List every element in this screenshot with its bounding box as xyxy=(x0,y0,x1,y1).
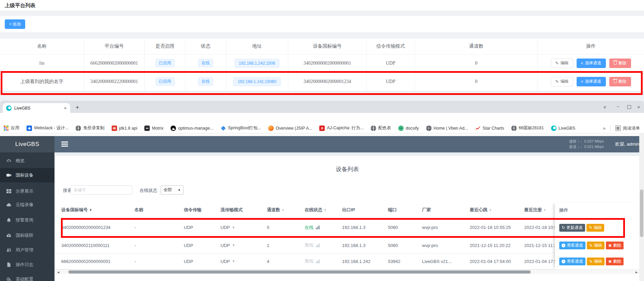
browser-address-bar: ← → ↻ ⌂ ▲ 不安全 192.168.1.141:20000/#/devi… xyxy=(0,113,644,123)
new-tab-button[interactable]: + xyxy=(76,104,79,111)
bookmark-item[interactable]: 免登录复制 xyxy=(76,125,104,131)
edit-button[interactable]: ✎编辑 xyxy=(586,224,604,232)
device-row[interactable]: 34020000002000001234 - UDP UDP▼ 0 在线 192… xyxy=(55,218,639,237)
recv-stat: 接收 ↑： 0.037 Mbps xyxy=(569,138,604,144)
globe-icon xyxy=(511,126,517,131)
select-channel-button[interactable]: <选择通道 xyxy=(577,77,606,86)
delete-button[interactable]: ✖删除 xyxy=(606,258,624,265)
sidebar-item-cloud-recording[interactable]: 云端录像 xyxy=(0,198,54,212)
sidebar-item-overview[interactable]: 概览 xyxy=(0,154,54,168)
view-channels-button[interactable]: i查看通道 xyxy=(559,242,585,249)
vertical-scrollbar[interactable] xyxy=(639,133,644,281)
cell-ip: 192.168.1.3 xyxy=(342,237,366,253)
col-header-sortable[interactable]: 最近心跳▲▼ xyxy=(470,202,492,217)
close-button[interactable]: × xyxy=(637,104,640,110)
sidebar-item-split-screen[interactable]: 分屏展示 xyxy=(0,184,54,198)
add-button[interactable]: + 添加 xyxy=(5,19,25,29)
delete-button[interactable]: ✖删除 xyxy=(606,242,624,249)
search-input[interactable] xyxy=(70,185,132,195)
share-icon: < xyxy=(581,61,583,66)
bookmark-apps[interactable]: 应用 xyxy=(3,125,19,131)
cell-channels: 4 xyxy=(267,253,269,269)
globe-icon xyxy=(371,126,376,131)
spring-icon xyxy=(221,126,226,131)
scroll-right-arrow-icon[interactable]: ▶ xyxy=(634,270,639,275)
cell-signal: UDP xyxy=(184,237,193,253)
edit-button[interactable]: ✎编辑 xyxy=(587,258,605,265)
bookmark-item[interactable]: Motrix xyxy=(144,126,163,131)
cell-stream-mode[interactable]: UDP▼ xyxy=(221,253,235,269)
cell-vendor: wvp-pro xyxy=(422,237,438,253)
minimize-button[interactable]: – xyxy=(617,104,619,109)
col-header: 流传输模式 xyxy=(221,202,243,217)
edit-button[interactable]: ✎编辑 xyxy=(551,59,573,68)
cell-vendor: LiveGBS v21... xyxy=(422,253,452,269)
sidebar-toggle-icon[interactable] xyxy=(61,142,68,148)
col-header-sortable[interactable]: 在线状态▲▼ xyxy=(305,202,326,217)
app-brand[interactable]: LiveGBS xyxy=(0,136,54,152)
bookmark-item[interactable]: Overview (JSIP A... xyxy=(268,126,312,131)
col-header-sortable[interactable]: 通道数▲▼ xyxy=(267,202,284,217)
horizontal-scrollbar[interactable]: ◀ ▶ xyxy=(55,269,639,274)
sidebar-item-alarm-query[interactable]: 报警查询 xyxy=(0,213,54,227)
delete-button[interactable]: 删除 xyxy=(609,59,631,68)
reading-list-icon xyxy=(615,126,621,131)
online-status-select[interactable]: 全部 ▼ xyxy=(161,185,183,195)
horizontal-scrollbar-thumb[interactable] xyxy=(68,270,531,274)
col-header-sortable[interactable]: 设备国标编号▲▼ xyxy=(61,202,92,217)
select-channel-button[interactable]: <选择通道 xyxy=(577,59,606,68)
col-header: 设备国标编号 xyxy=(288,38,367,54)
bookmark-item[interactable]: Home | Vben Ad... xyxy=(426,126,468,131)
bookmark-item[interactable]: jdk1.8 api xyxy=(112,126,138,131)
cell-name: - xyxy=(134,237,136,253)
cell-stream-mode[interactable]: UDP▼ xyxy=(221,237,235,253)
chart-bars-icon[interactable] xyxy=(316,260,320,263)
welcome-user[interactable]: 欢迎, admin xyxy=(615,141,639,147)
browser-tab-strip: LiveGBS × + ∨ – × xyxy=(0,101,644,113)
platform-page-titlebar: 上级平台列表 xyxy=(0,0,644,11)
jsip-icon xyxy=(268,126,274,131)
edit-button[interactable]: ✎编辑 xyxy=(587,242,605,249)
sidebar-item-gb-cascade[interactable]: 国标级联 xyxy=(0,228,54,243)
sidebar-item-user-management[interactable]: 用户管理 xyxy=(0,243,54,257)
bookmark-item[interactable]: Star Charts xyxy=(475,126,504,131)
col-header: 地址 xyxy=(226,38,288,54)
browser-tab[interactable]: LiveGBS × xyxy=(3,103,70,113)
sort-icon: ▲▼ xyxy=(324,209,326,211)
cell-name: lin xyxy=(0,54,84,72)
pencil-icon: ✎ xyxy=(589,225,592,230)
bookmark-item[interactable]: BAJ-Captcha: 行为... xyxy=(319,125,364,131)
bookmark-item[interactable]: 配色表 xyxy=(371,125,391,131)
chart-icon xyxy=(475,126,481,131)
tab-search-icon[interactable]: ∨ xyxy=(603,104,607,110)
bookmark-item[interactable]: SpringBoot打包... xyxy=(221,125,261,131)
bookmarks-overflow-chevron[interactable]: » xyxy=(603,126,606,131)
bookmark-item[interactable]: optimus-manage... xyxy=(171,126,213,131)
device-row[interactable]: 66620000002000000001 - UDP UDP▼ 4 离线 192… xyxy=(55,253,639,269)
cell-stream-mode[interactable]: UDP▼ xyxy=(221,218,235,237)
update-channels-button[interactable]: ↻更新通道 xyxy=(559,224,585,232)
bookmark-item[interactable]: LiveGBS xyxy=(551,126,575,131)
chart-bars-icon[interactable] xyxy=(316,244,320,247)
scroll-left-arrow-icon[interactable]: ◀ xyxy=(55,270,61,275)
chart-bars-icon[interactable] xyxy=(316,226,320,229)
github-icon xyxy=(171,126,176,131)
delete-button[interactable]: 删除 xyxy=(609,77,631,86)
bookmark-item[interactable]: ◆Webstack - 设计... xyxy=(27,125,68,131)
vertical-scrollbar-thumb[interactable] xyxy=(640,189,643,237)
sidebar-item-gb-devices[interactable]: 国标设备 xyxy=(0,168,54,182)
view-channels-button[interactable]: i查看通道 xyxy=(559,258,585,265)
bookmark-item[interactable]: 66国标28181 xyxy=(511,125,544,131)
page-top-gap xyxy=(0,133,644,136)
maximize-button[interactable] xyxy=(627,105,631,109)
reading-list-button[interactable]: 阅读清单 xyxy=(615,126,640,131)
sidebar-item-basic-config[interactable]: 基础配置 xyxy=(0,272,54,281)
sidebar-item-operation-log[interactable]: 操作日志 xyxy=(0,258,54,272)
device-row[interactable]: 34020000002110000111 - UDP UDP▼ 1 离线 192… xyxy=(55,237,639,253)
bookmark-item[interactable]: ••docsify xyxy=(398,126,419,131)
tab-close-icon[interactable]: × xyxy=(64,105,67,111)
cell-signal: UDP xyxy=(184,218,193,237)
cell-vendor: wvp-pro xyxy=(422,218,438,237)
col-header-sortable[interactable]: 最近注册▲▼ xyxy=(524,202,546,217)
edit-button[interactable]: ✎编辑 xyxy=(551,77,573,86)
